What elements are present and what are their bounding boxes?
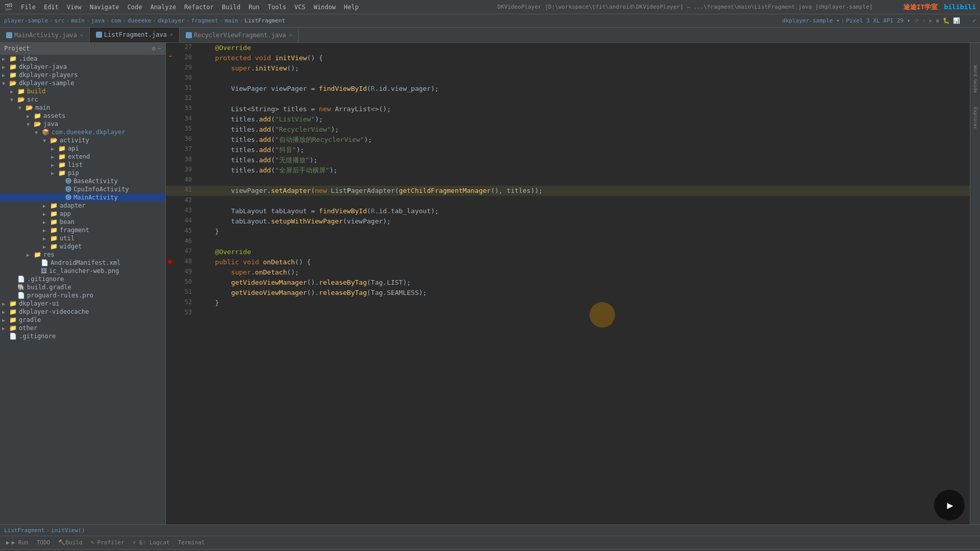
tree-item-pip[interactable]: ▶ 📁 pip	[0, 169, 165, 177]
folder-other-label: other	[19, 324, 37, 332]
line-num-44: 44	[174, 216, 197, 224]
tree-item-fragment[interactable]: ▶ 📁 fragment	[0, 226, 165, 234]
tree-item-app[interactable]: ▶ 📁 app	[0, 210, 165, 218]
tree-item-build-gradle[interactable]: 🐘 build.gradle	[0, 283, 165, 291]
tree-item-dkplayer-videocache[interactable]: ▶ 📁 dkplayer-videocache	[0, 308, 165, 316]
java-mainactivity-icon: 🅒	[65, 194, 71, 201]
tab-recyclerviewfragment-close[interactable]: ✕	[289, 32, 292, 38]
breadcrumb-dkplayer[interactable]: dkplayer	[158, 17, 185, 24]
tree-item-util[interactable]: ▶ 📁 util	[0, 234, 165, 242]
logcat-tool-btn[interactable]: ⚡ 6: Logcat	[129, 536, 174, 549]
tree-item-java[interactable]: ▼ 📂 java	[0, 120, 165, 128]
todo-tool-btn[interactable]: TODO	[33, 536, 55, 549]
tree-item-androidmanifest[interactable]: 📄 AndroidManifest.xml	[0, 259, 165, 267]
menu-refactor[interactable]: Refactor	[180, 0, 218, 14]
tree-item-gradle[interactable]: ▶ 📁 gradle	[0, 316, 165, 324]
tree-item-dkplayer-ui[interactable]: ▶ 📁 dkplayer-ui	[0, 299, 165, 308]
project-collapse-icon[interactable]: −	[158, 45, 161, 52]
folder-assets-label: assets	[43, 112, 65, 119]
breadcrumb-java[interactable]: java	[91, 17, 105, 24]
tree-item-baseactivity[interactable]: 🅒 BaseActivity	[0, 177, 165, 185]
tab-recyclerviewfragment[interactable]: RecyclerViewFragment.java ✕	[180, 28, 299, 42]
menu-vcs[interactable]: VCS	[290, 0, 310, 14]
line-num-42: 42	[174, 196, 197, 204]
arrow-fragment: ▶	[43, 228, 50, 233]
tree-item-dkplayer-players[interactable]: ▶ 📁 dkplayer-players	[0, 71, 165, 79]
tree-item-ic-launcher[interactable]: 🖼 ic_launcher-web.png	[0, 267, 165, 275]
breadcrumb-src[interactable]: src	[55, 17, 65, 24]
tree-item-assets[interactable]: ▶ 📁 assets	[0, 112, 165, 120]
line-num-28: 28	[174, 53, 197, 61]
tree-item-mainactivity[interactable]: 🅒 MainActivity	[0, 193, 165, 202]
tree-item-other[interactable]: ▶ 📁 other	[0, 324, 165, 332]
code-line-29: 29 super.initView();	[166, 63, 970, 73]
menu-edit[interactable]: Edit	[40, 0, 63, 14]
breadcrumb-com[interactable]: com	[111, 17, 121, 24]
tree-item-main-src[interactable]: ▼ 📂 main	[0, 104, 165, 112]
code-line-41: 41 viewPager.setAdapter(new ListPagerAda…	[166, 186, 970, 196]
line-num-51: 51	[174, 288, 197, 295]
tree-item-gitignore-root[interactable]: 📄 .gitignore	[0, 332, 165, 340]
video-player-button[interactable]	[934, 490, 965, 520]
code-editor[interactable]: 27 @Override → 28 protected void initVie…	[166, 43, 970, 524]
tree-item-dkplayer-java[interactable]: ▶ 📁 dkplayer-java	[0, 63, 165, 71]
terminal-tool-btn[interactable]: Terminal	[174, 536, 209, 549]
code-line-30: 30	[166, 73, 970, 84]
tab-listfragment-close[interactable]: ✕	[170, 32, 173, 37]
tree-item-adapter[interactable]: ▶ 📁 adapter	[0, 202, 165, 210]
menu-analyze[interactable]: Analyze	[146, 0, 180, 14]
menu-help[interactable]: Help	[340, 0, 363, 14]
menu-navigate[interactable]: Navigate	[86, 0, 124, 14]
tree-item-res[interactable]: ▶ 📁 res	[0, 251, 165, 259]
right-sidebar-word-guide[interactable]: Word Guide	[972, 63, 979, 95]
project-settings-icon[interactable]: ⚙	[152, 45, 156, 52]
line-num-52: 52	[174, 298, 197, 306]
breadcrumb-player-sample[interactable]: player-sample	[4, 17, 48, 24]
breadcrumb-icons: ⟳ ⚡ ▶ ◼ 🐛 📊	[914, 17, 960, 24]
tree-item-build[interactable]: ▶ 📁 build	[0, 87, 165, 95]
breadcrumb-main2[interactable]: main	[225, 17, 238, 24]
tab-listfragment[interactable]: ListFragment.java ✕	[90, 28, 180, 42]
tree-item-src[interactable]: ▼ 📂 src	[0, 95, 165, 104]
tree-item-bean[interactable]: ▶ 📁 bean	[0, 218, 165, 226]
proguard-icon: 📄	[17, 292, 25, 299]
folder-pip-label: pip	[68, 169, 79, 177]
menu-code[interactable]: Code	[124, 0, 146, 14]
breadcrumb-fragment[interactable]: fragment	[191, 17, 218, 24]
tree-item-activity[interactable]: ▼ 📂 activity	[0, 136, 165, 144]
run-tool-btn[interactable]: ▶ ▶ Run	[2, 536, 33, 549]
tree-item-extend[interactable]: ▶ 📁 extend	[0, 153, 165, 161]
tree-item-proguard[interactable]: 📄 proguard-rules.pro	[0, 291, 165, 299]
right-sidebar-explorer[interactable]: Explorer	[972, 105, 979, 131]
tree-item-dkplayer-sample[interactable]: ▼ 📂 dkplayer-sample	[0, 79, 165, 87]
bottom-breadcrumb-listfragment[interactable]: ListFragment	[4, 527, 44, 534]
breadcrumb-project[interactable]: dkplayer-sample ▾	[782, 17, 840, 24]
breadcrumb-listfragment[interactable]: ListFragment	[244, 17, 285, 24]
xml-androidmanifest-icon: 📄	[41, 259, 48, 266]
breadcrumb-device[interactable]: Pixel 3 XL API 29 ▾	[846, 17, 911, 24]
bottom-breadcrumb-initview[interactable]: initView()	[51, 527, 85, 534]
tree-item-cpuinfoactivity[interactable]: 🅒 CpuInfoActivity	[0, 185, 165, 193]
menu-tools[interactable]: Tools	[264, 0, 290, 14]
profiler-tool-btn[interactable]: ✎ Profiler	[86, 536, 128, 549]
folder-pip-icon: 📁	[58, 169, 66, 177]
tab-mainactivity[interactable]: MainActivity.java ✕	[0, 28, 90, 42]
tree-item-idea[interactable]: ▶ 📁 .idea	[0, 55, 165, 63]
breadcrumb-dueeeke[interactable]: dueeeke	[128, 17, 151, 24]
build-tool-btn[interactable]: 🔨 Build	[54, 536, 86, 549]
line-num-38: 38	[174, 155, 197, 163]
menu-build[interactable]: Build	[218, 0, 244, 14]
breadcrumb-main[interactable]: main	[71, 17, 85, 24]
menu-run[interactable]: Run	[244, 0, 264, 14]
menu-window[interactable]: Window	[309, 0, 339, 14]
tree-item-gitignore[interactable]: 📄 .gitignore	[0, 275, 165, 283]
folder-videocache-label: dkplayer-videocache	[19, 308, 89, 315]
folder-java-label: java	[43, 120, 58, 128]
menu-view[interactable]: View	[63, 0, 86, 14]
tree-item-package[interactable]: ▼ 📦 com.dueeeke.dkplayer	[0, 128, 165, 136]
tree-item-list[interactable]: ▶ 📁 list	[0, 161, 165, 169]
menu-file[interactable]: File	[17, 0, 40, 14]
tab-mainactivity-close[interactable]: ✕	[80, 32, 83, 38]
tree-item-widget[interactable]: ▶ 📁 widget	[0, 242, 165, 251]
tree-item-api[interactable]: ▶ 📁 api	[0, 144, 165, 153]
